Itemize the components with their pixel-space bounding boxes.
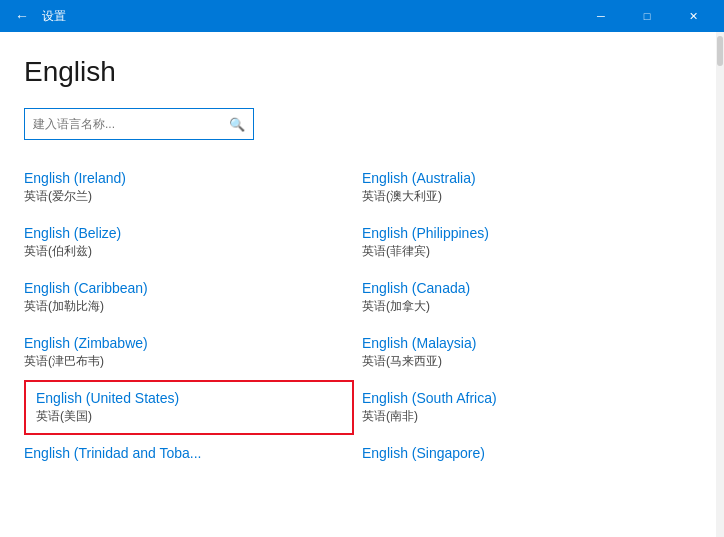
lang-sub: 英语(菲律宾) xyxy=(362,243,688,260)
lang-sub: 英语(南非) xyxy=(362,408,688,425)
scrollbar-thumb[interactable] xyxy=(717,36,723,66)
lang-name: English (Philippines) xyxy=(362,225,688,241)
lang-sub: 英语(伯利兹) xyxy=(24,243,350,260)
list-item[interactable]: English (Singapore) xyxy=(362,435,700,471)
back-icon: ← xyxy=(15,8,29,24)
search-icon: 🔍 xyxy=(229,117,245,132)
list-item[interactable]: English (Australia)英语(澳大利亚) xyxy=(362,160,700,215)
list-item[interactable]: English (Trinidad and Toba... xyxy=(24,435,362,471)
list-item[interactable]: English (Caribbean)英语(加勒比海) xyxy=(24,270,362,325)
lang-name: English (United States) xyxy=(36,390,342,406)
content-area: English 🔍 English (Ireland)英语(爱尔兰)Englis… xyxy=(0,32,724,537)
page-title: English xyxy=(24,56,700,88)
title-bar: ← 设置 ─ □ ✕ xyxy=(0,0,724,32)
lang-sub: 英语(津巴布韦) xyxy=(24,353,350,370)
lang-sub: 英语(澳大利亚) xyxy=(362,188,688,205)
lang-name: English (Caribbean) xyxy=(24,280,350,296)
list-item[interactable]: English (United States)英语(美国) xyxy=(24,380,354,435)
search-input[interactable] xyxy=(33,117,229,131)
list-item[interactable]: English (Belize)英语(伯利兹) xyxy=(24,215,362,270)
lang-name: English (Canada) xyxy=(362,280,688,296)
close-button[interactable]: ✕ xyxy=(670,0,716,32)
list-item[interactable]: English (Malaysia)英语(马来西亚) xyxy=(362,325,700,380)
lang-sub: 英语(马来西亚) xyxy=(362,353,688,370)
lang-sub: 英语(爱尔兰) xyxy=(24,188,350,205)
main-area: English 🔍 English (Ireland)英语(爱尔兰)Englis… xyxy=(0,32,724,537)
lang-name: English (Singapore) xyxy=(362,445,688,461)
list-item[interactable]: English (Canada)英语(加拿大) xyxy=(362,270,700,325)
lang-name: English (South Africa) xyxy=(362,390,688,406)
list-item[interactable]: English (Philippines)英语(菲律宾) xyxy=(362,215,700,270)
lang-name: English (Ireland) xyxy=(24,170,350,186)
maximize-button[interactable]: □ xyxy=(624,0,670,32)
lang-sub: 英语(加拿大) xyxy=(362,298,688,315)
titlebar-label: 设置 xyxy=(42,8,66,25)
language-grid: English (Ireland)英语(爱尔兰)English (Austral… xyxy=(24,160,700,471)
scrollbar[interactable] xyxy=(716,32,724,537)
lang-sub: 英语(美国) xyxy=(36,408,342,425)
window-controls: ─ □ ✕ xyxy=(578,0,716,32)
lang-sub: 英语(加勒比海) xyxy=(24,298,350,315)
list-item[interactable]: English (Zimbabwe)英语(津巴布韦) xyxy=(24,325,362,380)
lang-name: English (Belize) xyxy=(24,225,350,241)
lang-name: English (Australia) xyxy=(362,170,688,186)
minimize-button[interactable]: ─ xyxy=(578,0,624,32)
search-box[interactable]: 🔍 xyxy=(24,108,254,140)
list-item[interactable]: English (Ireland)英语(爱尔兰) xyxy=(24,160,362,215)
lang-name: English (Malaysia) xyxy=(362,335,688,351)
lang-name: English (Trinidad and Toba... xyxy=(24,445,350,461)
lang-name: English (Zimbabwe) xyxy=(24,335,350,351)
back-button[interactable]: ← xyxy=(8,2,36,30)
list-item[interactable]: English (South Africa)英语(南非) xyxy=(362,380,700,435)
